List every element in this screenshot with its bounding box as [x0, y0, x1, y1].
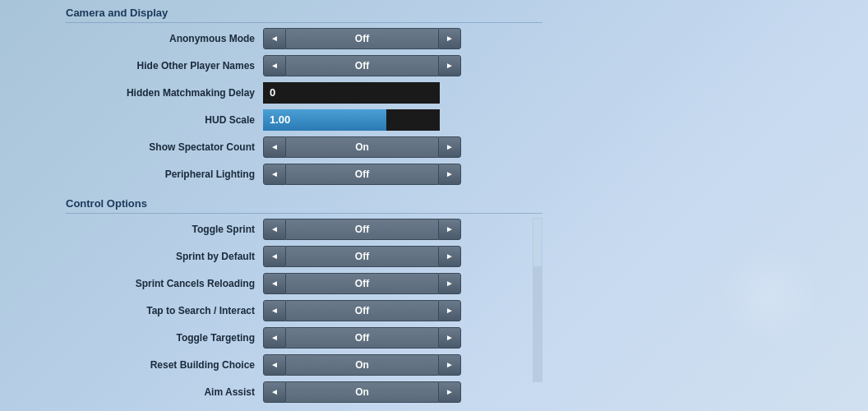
show-spectator-count-label: Show Spectator Count: [66, 141, 263, 153]
show-spectator-count-control: ◄ On ►: [263, 136, 461, 158]
reset-building-choice-left-btn[interactable]: ◄: [263, 354, 286, 376]
toggle-targeting-row: Toggle Targeting ◄ Off ►: [66, 324, 542, 351]
toggle-sprint-row: Toggle Sprint ◄ Off ►: [66, 215, 542, 242]
sprint-by-default-right-btn[interactable]: ►: [438, 246, 461, 267]
anonymous-mode-label: Anonymous Mode: [66, 33, 263, 44]
scrollbar-thumb[interactable]: [533, 218, 542, 267]
hidden-matchmaking-delay-control: 0: [263, 82, 440, 104]
hide-player-names-row: Hide Other Player Names ◄ Off ►: [66, 52, 542, 79]
toggle-sprint-label: Toggle Sprint: [66, 224, 263, 235]
hidden-matchmaking-delay-label: Hidden Matchmaking Delay: [66, 87, 263, 99]
peripheral-lighting-value: Off: [286, 164, 438, 185]
peripheral-lighting-right-btn[interactable]: ►: [438, 164, 461, 185]
aim-assist-row: Aim Assist ◄ On ►: [66, 378, 542, 405]
sprint-cancels-reloading-row: Sprint Cancels Reloading ◄ Off ►: [66, 270, 542, 297]
aim-assist-label: Aim Assist: [66, 386, 263, 398]
reset-building-choice-control: ◄ On ►: [263, 354, 461, 376]
aim-assist-right-btn[interactable]: ►: [438, 381, 461, 403]
toggle-targeting-label: Toggle Targeting: [66, 332, 263, 344]
anonymous-mode-left-btn[interactable]: ◄: [263, 28, 286, 49]
hidden-matchmaking-delay-row: Hidden Matchmaking Delay 0: [66, 79, 542, 106]
toggle-sprint-control: ◄ Off ►: [263, 219, 461, 240]
peripheral-lighting-label: Peripheral Lighting: [66, 169, 263, 180]
toggle-sprint-left-btn[interactable]: ◄: [263, 219, 286, 240]
scrollbar[interactable]: [533, 218, 542, 382]
show-spectator-count-value: On: [286, 136, 438, 158]
reset-building-choice-right-btn[interactable]: ►: [438, 354, 461, 376]
anonymous-mode-row: Anonymous Mode ◄ Off ►: [66, 25, 542, 52]
anonymous-mode-value: Off: [286, 28, 438, 49]
tap-to-search-left-btn[interactable]: ◄: [263, 300, 286, 321]
hud-scale-bar: [386, 109, 440, 131]
settings-panel: Camera and Display Anonymous Mode ◄ Off …: [66, 0, 542, 411]
sprint-by-default-left-btn[interactable]: ◄: [263, 246, 286, 267]
peripheral-lighting-left-btn[interactable]: ◄: [263, 164, 286, 185]
tap-to-search-control: ◄ Off ►: [263, 300, 461, 321]
aim-assist-value: On: [286, 381, 438, 403]
sprint-by-default-row: Sprint by Default ◄ Off ►: [66, 242, 542, 270]
sprint-cancels-reloading-value: Off: [286, 273, 438, 294]
toggle-targeting-right-btn[interactable]: ►: [438, 327, 461, 349]
hidden-matchmaking-delay-value[interactable]: 0: [263, 82, 440, 104]
reset-building-choice-label: Reset Building Choice: [66, 359, 263, 371]
toggle-targeting-value: Off: [286, 327, 438, 349]
hud-scale-value[interactable]: 1.00: [263, 109, 386, 131]
hide-player-names-control: ◄ Off ►: [263, 55, 461, 76]
tap-to-search-label: Tap to Search / Interact: [66, 305, 263, 316]
peripheral-lighting-control: ◄ Off ►: [263, 164, 461, 185]
sprint-cancels-reloading-right-btn[interactable]: ►: [438, 273, 461, 294]
hide-player-names-left-btn[interactable]: ◄: [263, 55, 286, 76]
hud-scale-control: 1.00: [263, 109, 440, 131]
reset-building-choice-row: Reset Building Choice ◄ On ►: [66, 351, 542, 378]
show-spectator-count-left-btn[interactable]: ◄: [263, 136, 286, 158]
sprint-by-default-control: ◄ Off ►: [263, 246, 461, 267]
anonymous-mode-control: ◄ Off ►: [263, 28, 461, 49]
hud-scale-label: HUD Scale: [66, 114, 263, 126]
sprint-cancels-reloading-control: ◄ Off ►: [263, 273, 461, 294]
anonymous-mode-right-btn[interactable]: ►: [438, 28, 461, 49]
hide-player-names-value: Off: [286, 55, 438, 76]
hide-player-names-right-btn[interactable]: ►: [438, 55, 461, 76]
peripheral-lighting-row: Peripheral Lighting ◄ Off ►: [66, 160, 542, 187]
tap-to-search-row: Tap to Search / Interact ◄ Off ►: [66, 297, 542, 324]
aim-assist-left-btn[interactable]: ◄: [263, 381, 286, 403]
control-options-header: Control Options: [66, 191, 542, 214]
toggle-sprint-right-btn[interactable]: ►: [438, 219, 461, 240]
sprint-by-default-label: Sprint by Default: [66, 251, 263, 262]
show-spectator-count-right-btn[interactable]: ►: [438, 136, 461, 158]
hud-scale-row: HUD Scale 1.00: [66, 106, 542, 133]
sprint-cancels-reloading-left-btn[interactable]: ◄: [263, 273, 286, 294]
aim-assist-control: ◄ On ►: [263, 381, 461, 403]
tap-to-search-value: Off: [286, 300, 438, 321]
hide-player-names-label: Hide Other Player Names: [66, 60, 263, 72]
toggle-targeting-control: ◄ Off ►: [263, 327, 461, 349]
tap-to-search-right-btn[interactable]: ►: [438, 300, 461, 321]
camera-display-header: Camera and Display: [66, 0, 542, 23]
toggle-targeting-left-btn[interactable]: ◄: [263, 327, 286, 349]
sprint-by-default-value: Off: [286, 246, 438, 267]
toggle-sprint-value: Off: [286, 219, 438, 240]
show-spectator-count-row: Show Spectator Count ◄ On ►: [66, 133, 542, 160]
reset-building-choice-value: On: [286, 354, 438, 376]
sprint-cancels-reloading-label: Sprint Cancels Reloading: [66, 278, 263, 289]
